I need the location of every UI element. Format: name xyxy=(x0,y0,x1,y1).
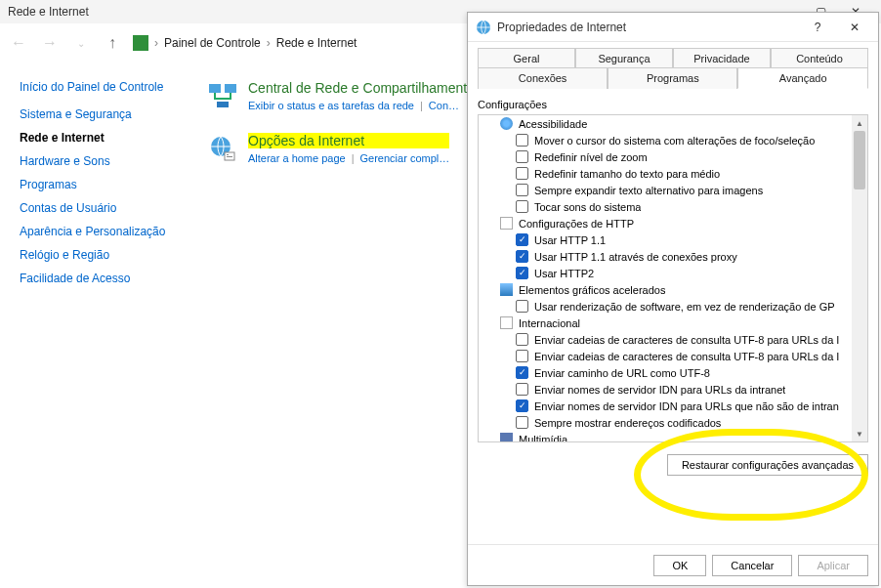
settings-label: Configurações de HTTP xyxy=(519,218,634,230)
restore-advanced-settings-button[interactable]: Restaurar configurações avançadas xyxy=(667,454,868,476)
tab-privacidade[interactable]: Privacidade xyxy=(673,48,771,68)
back-button[interactable]: ← xyxy=(8,32,29,54)
settings-label: Redefinir tamanho do texto para médio xyxy=(534,168,720,180)
scroll-up-arrow-icon[interactable]: ▲ xyxy=(852,115,867,131)
internet-properties-dialog: Propriedades de Internet ? ✕ Geral Segur… xyxy=(467,12,879,586)
gfx-icon xyxy=(500,283,513,296)
dialog-title: Propriedades de Internet xyxy=(497,21,796,34)
checkbox[interactable] xyxy=(516,167,528,180)
tab-seguranca[interactable]: Segurança xyxy=(575,48,673,68)
vertical-scrollbar[interactable]: ▲ ▼ xyxy=(852,115,867,441)
cp-sublink[interactable]: Con… xyxy=(429,100,459,111)
checkbox[interactable] xyxy=(516,184,528,196)
tab-geral[interactable]: Geral xyxy=(478,48,575,68)
acc-icon xyxy=(500,117,513,130)
tab-conteudo[interactable]: Conteúdo xyxy=(771,48,868,68)
http-icon xyxy=(500,217,513,230)
settings-checkbox-row[interactable]: Usar renderização de software, em vez de… xyxy=(479,298,852,315)
cp-item-title[interactable]: Opções da Internet xyxy=(248,133,449,148)
checkbox[interactable] xyxy=(516,350,528,362)
settings-checkbox-row[interactable]: Enviar nomes de servidor IDN para URLs d… xyxy=(479,381,852,398)
settings-group-label: Configurações xyxy=(478,99,868,110)
control-panel-icon xyxy=(133,35,148,51)
settings-checkbox-row[interactable]: Enviar cadeias de caracteres de consulta… xyxy=(479,331,852,348)
settings-label: Tocar sons do sistema xyxy=(534,201,641,213)
settings-checkbox-row[interactable]: Redefinir nível de zoom xyxy=(479,148,852,165)
cancel-button[interactable]: Cancelar xyxy=(712,555,792,576)
scrollbar-thumb[interactable] xyxy=(854,131,865,189)
tab-conexoes[interactable]: Conexões xyxy=(478,67,608,89)
help-button[interactable]: ? xyxy=(802,16,833,39)
checkbox[interactable] xyxy=(516,200,528,213)
settings-checkbox-row[interactable]: Mover o cursor do sistema com alterações… xyxy=(479,132,852,148)
sidebar-category[interactable]: Aparência e Personalização xyxy=(20,225,184,238)
sidebar-category[interactable]: Hardware e Sons xyxy=(20,154,184,168)
svg-rect-1 xyxy=(225,84,236,93)
settings-checkbox-row[interactable]: Enviar nomes de servidor IDN para URLs q… xyxy=(479,398,852,414)
settings-tree[interactable]: AcessibilidadeMover o cursor do sistema … xyxy=(479,115,852,441)
sidebar-category[interactable]: Programas xyxy=(20,178,184,191)
sidebar-category[interactable]: Facilidade de Acesso xyxy=(20,272,184,285)
recent-dropdown-icon[interactable]: ⌄ xyxy=(70,32,92,54)
sidebar-category[interactable]: Contas de Usuário xyxy=(20,201,184,215)
checkbox[interactable] xyxy=(516,333,528,346)
checkbox[interactable] xyxy=(516,134,528,147)
checkbox[interactable] xyxy=(516,383,528,396)
checkbox[interactable] xyxy=(516,267,528,279)
settings-checkbox-row[interactable]: Tocar sons do sistema xyxy=(479,198,852,215)
settings-checkbox-row[interactable]: Sempre mostrar endereços codificados xyxy=(479,414,852,431)
divider: | xyxy=(352,152,355,164)
tab-programas[interactable]: Programas xyxy=(608,67,737,89)
settings-checkbox-row[interactable]: Enviar caminho de URL como UTF-8 xyxy=(479,364,852,381)
settings-checkbox-row[interactable]: Usar HTTP2 xyxy=(479,265,852,281)
settings-group: Internacional xyxy=(479,315,852,331)
settings-label: Usar HTTP 1.1 através de conexões proxy xyxy=(534,251,737,263)
settings-label: Enviar nomes de servidor IDN para URLs q… xyxy=(534,400,839,412)
internet-options-icon xyxy=(207,133,238,164)
apply-button[interactable]: Aplicar xyxy=(798,555,868,576)
sidebar-category[interactable]: Sistema e Segurança xyxy=(20,107,184,121)
settings-tree-frame: AcessibilidadeMover o cursor do sistema … xyxy=(478,114,868,442)
cp-sublink[interactable]: Exibir o status e as tarefas da rede xyxy=(248,100,414,111)
checkbox[interactable] xyxy=(516,150,528,163)
dialog-body: Geral Segurança Privacidade Conteúdo Con… xyxy=(468,42,878,544)
settings-label: Multimídia xyxy=(519,434,567,442)
settings-checkbox-row[interactable]: Enviar cadeias de caracteres de consulta… xyxy=(479,348,852,364)
settings-checkbox-row[interactable]: Redefinir tamanho do texto para médio xyxy=(479,165,852,182)
sidebar-category[interactable]: Relógio e Região xyxy=(20,248,184,262)
up-button[interactable]: ↑ xyxy=(102,32,123,54)
settings-label: Usar HTTP2 xyxy=(534,268,594,279)
settings-checkbox-row[interactable]: Usar HTTP 1.1 xyxy=(479,231,852,248)
svg-rect-0 xyxy=(209,84,221,93)
checkbox[interactable] xyxy=(516,250,528,263)
cp-sublink[interactable]: Gerenciar compl… xyxy=(360,152,450,164)
settings-group: Acessibilidade xyxy=(479,115,852,132)
cp-item-title[interactable]: Central de Rede e Compartilhamento xyxy=(248,80,475,96)
tab-avancado[interactable]: Avançado xyxy=(737,67,868,89)
ok-button[interactable]: OK xyxy=(653,555,706,576)
settings-label: Enviar nomes de servidor IDN para URLs d… xyxy=(534,384,785,396)
cp-sublink[interactable]: Alterar a home page xyxy=(248,152,346,164)
cp-home-link[interactable]: Início do Painel de Controle xyxy=(20,80,184,94)
breadcrumb-current[interactable]: Rede e Internet xyxy=(276,36,357,50)
settings-group: Configurações de HTTP xyxy=(479,215,852,231)
checkbox[interactable] xyxy=(516,300,528,313)
checkbox[interactable] xyxy=(516,233,528,246)
settings-checkbox-row[interactable]: Sempre expandir texto alternativo para i… xyxy=(479,182,852,198)
forward-button[interactable]: → xyxy=(39,32,61,54)
settings-checkbox-row[interactable]: Usar HTTP 1.1 através de conexões proxy xyxy=(479,248,852,265)
settings-group: Multimídia xyxy=(479,431,852,441)
cp-title: Rede e Internet xyxy=(8,5,89,19)
chevron-right-icon: › xyxy=(154,36,158,50)
sidebar-category[interactable]: Rede e Internet xyxy=(20,131,184,145)
checkbox[interactable] xyxy=(516,416,528,429)
dialog-close-button[interactable]: ✕ xyxy=(839,16,870,39)
breadcrumb-root[interactable]: Painel de Controle xyxy=(164,36,261,50)
checkbox[interactable] xyxy=(516,399,528,412)
checkbox[interactable] xyxy=(516,366,528,379)
settings-label: Elementos gráficos acelerados xyxy=(519,284,665,296)
divider: | xyxy=(420,100,423,111)
scroll-down-arrow-icon[interactable]: ▼ xyxy=(852,426,867,441)
tab-strip: Geral Segurança Privacidade Conteúdo Con… xyxy=(478,48,868,89)
dialog-titlebar: Propriedades de Internet ? ✕ xyxy=(468,13,878,42)
